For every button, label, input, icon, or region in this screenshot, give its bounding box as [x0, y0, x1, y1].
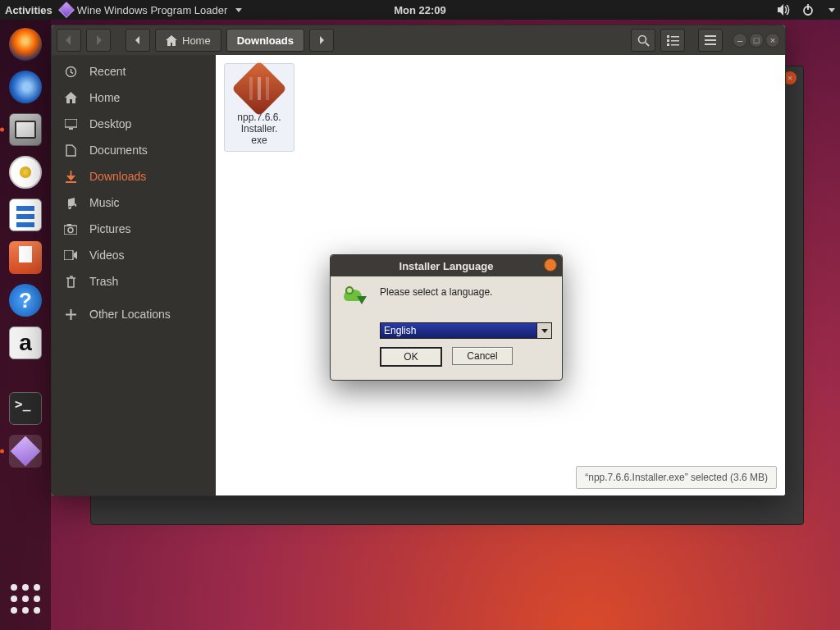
ok-button[interactable]: OK: [380, 347, 442, 367]
sidebar-item-music[interactable]: Music: [52, 189, 216, 216]
path-back-button[interactable]: [126, 29, 150, 52]
svg-rect-15: [69, 128, 73, 130]
software-center-icon: [9, 241, 42, 274]
system-menu-chevron-icon[interactable]: [829, 8, 835, 12]
sidebar-label: Documents: [89, 144, 148, 157]
dock-rhythmbox[interactable]: [6, 153, 45, 192]
libreoffice-writer-icon: [9, 199, 42, 231]
sidebar-item-recent[interactable]: Recent: [52, 58, 216, 84]
dock-help[interactable]: ?: [6, 281, 45, 320]
plus-icon: [63, 309, 78, 320]
sidebar-item-downloads[interactable]: Downloads: [52, 163, 216, 189]
svg-rect-5: [671, 36, 679, 38]
svg-rect-20: [64, 250, 73, 260]
desktop-icon: [63, 119, 78, 130]
dialog-prompt: Please select a language.: [380, 285, 492, 298]
maximize-button[interactable]: □: [749, 33, 764, 48]
amazon-icon: a: [9, 326, 42, 359]
svg-rect-9: [671, 44, 679, 46]
files-headerbar: Home Downloads – □ ×: [52, 25, 785, 55]
ubuntu-dock: ? a: [0, 20, 51, 630]
sidebar-label: Home: [89, 91, 120, 104]
wine-app-icon: [9, 435, 42, 468]
video-icon: [63, 250, 78, 260]
window-controls: – □ ×: [733, 33, 780, 48]
sidebar-label: Music: [89, 196, 120, 209]
sidebar-label: Trash: [89, 275, 118, 288]
sidebar-item-documents[interactable]: Documents: [52, 137, 216, 163]
path-segment-home[interactable]: Home: [155, 29, 221, 52]
dock-terminal[interactable]: [6, 389, 45, 428]
dock-files[interactable]: [6, 110, 45, 149]
sidebar-label: Pictures: [89, 222, 131, 235]
dock-software[interactable]: [6, 238, 45, 277]
dock-amazon[interactable]: a: [6, 323, 45, 363]
hamburger-icon: [705, 35, 716, 45]
sidebar-label: Downloads: [89, 170, 146, 183]
sidebar-item-trash[interactable]: Trash: [52, 268, 216, 294]
nav-back-button[interactable]: [57, 29, 81, 52]
sidebar-label: Desktop: [89, 117, 131, 130]
sidebar-item-desktop[interactable]: Desktop: [52, 111, 216, 137]
svg-rect-11: [705, 39, 716, 41]
language-dropdown[interactable]: English: [380, 322, 552, 339]
dialog-titlebar[interactable]: Installer Language: [331, 255, 562, 276]
files-sidebar: Recent Home Desktop Documents Downloads …: [52, 55, 216, 495]
terminal-icon: [9, 392, 42, 425]
volume-icon[interactable]: [778, 4, 791, 16]
sidebar-item-pictures[interactable]: Pictures: [52, 216, 216, 242]
thunderbird-icon: [9, 71, 42, 103]
files-statusbar: “npp.7.6.6.Installer.exe” selected (3.6 …: [576, 466, 777, 489]
power-icon[interactable]: [802, 4, 814, 16]
svg-rect-1: [807, 4, 809, 10]
dock-wine[interactable]: [6, 431, 45, 471]
sidebar-label: Recent: [89, 65, 126, 78]
svg-rect-10: [705, 35, 716, 37]
firefox-icon: [9, 28, 42, 61]
path-segment-current[interactable]: Downloads: [226, 29, 304, 52]
language-selected-value: English: [384, 325, 416, 336]
chevron-down-icon: [235, 8, 242, 12]
cancel-button[interactable]: Cancel: [452, 347, 513, 365]
clock[interactable]: Mon 22:09: [394, 4, 446, 16]
show-applications-button[interactable]: [6, 579, 45, 619]
gnome-top-panel: Activities Wine Windows Program Loader M…: [0, 0, 840, 20]
installer-language-dialog: Installer Language Please select a langu…: [330, 254, 563, 381]
clock-icon: [63, 66, 78, 78]
dock-libreoffice[interactable]: [6, 195, 45, 235]
svg-rect-6: [667, 39, 669, 42]
help-icon: ?: [9, 284, 42, 317]
svg-point-18: [68, 227, 73, 232]
path-forward-button[interactable]: [309, 29, 334, 52]
file-name-line3: exe: [226, 135, 292, 146]
svg-point-2: [638, 35, 646, 43]
file-item-npp-installer[interactable]: npp.7.6.6. Installer. exe: [224, 63, 294, 152]
home-icon: [166, 35, 177, 46]
camera-icon: [63, 224, 78, 235]
sidebar-item-other-locations[interactable]: Other Locations: [52, 301, 216, 327]
files-icon: [9, 113, 42, 146]
sidebar-item-videos[interactable]: Videos: [52, 242, 216, 268]
view-toggle-button[interactable]: [660, 29, 685, 52]
close-button[interactable]: ×: [765, 33, 780, 48]
activities-button[interactable]: Activities: [5, 4, 52, 16]
svg-line-3: [646, 43, 649, 46]
hamburger-menu-button[interactable]: [698, 29, 723, 52]
notepadpp-icon: [342, 285, 368, 308]
list-view-icon: [667, 35, 679, 46]
dialog-close-button[interactable]: [544, 258, 557, 272]
minimize-button[interactable]: –: [733, 33, 747, 48]
sidebar-label: Videos: [89, 249, 125, 262]
sidebar-item-home[interactable]: Home: [52, 84, 216, 111]
search-button[interactable]: [631, 29, 655, 52]
dock-thunderbird[interactable]: [6, 67, 45, 107]
svg-rect-8: [667, 43, 669, 46]
document-icon: [63, 144, 78, 157]
home-icon: [63, 92, 78, 103]
app-menu[interactable]: Wine Windows Program Loader: [61, 4, 243, 16]
nav-forward-button[interactable]: [86, 29, 111, 52]
dock-firefox[interactable]: [6, 25, 45, 64]
svg-rect-19: [67, 224, 71, 226]
trash-icon: [63, 276, 78, 288]
download-icon: [63, 171, 78, 183]
